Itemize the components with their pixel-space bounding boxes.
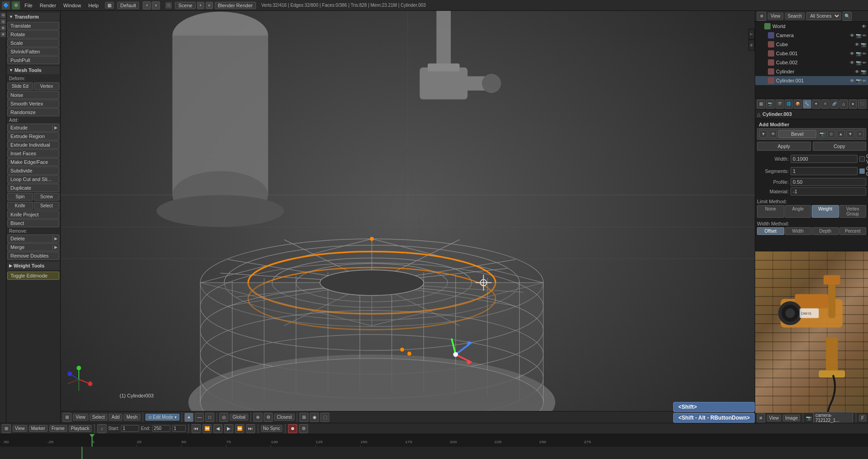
viewport-editor-type[interactable]: ⊞ bbox=[63, 413, 72, 422]
menu-help[interactable]: Help bbox=[86, 2, 101, 9]
select-btn[interactable]: Select bbox=[34, 202, 60, 210]
scene-props-icon[interactable]: 🎬 bbox=[776, 100, 784, 109]
view-tl-btn[interactable]: View bbox=[13, 425, 27, 432]
jump-end-btn[interactable]: ⏭ bbox=[246, 424, 255, 433]
camera-name-btn[interactable]: camera-712122_1... bbox=[813, 412, 853, 423]
inset-faces-btn[interactable]: Inset Faces bbox=[7, 149, 59, 158]
width-percent-tab[interactable]: Percent bbox=[839, 227, 867, 235]
width-depth-tab[interactable]: Depth bbox=[812, 227, 839, 235]
profile-input[interactable] bbox=[791, 178, 866, 186]
material-props-icon[interactable]: ● bbox=[849, 100, 857, 109]
render-engine-dropdown[interactable]: Blender Render bbox=[215, 2, 256, 9]
remove-workspace-btn[interactable]: × bbox=[152, 1, 160, 10]
snap-btn[interactable]: ⊕ bbox=[0, 25, 6, 31]
wireframe-btn[interactable]: ⬚ bbox=[320, 413, 329, 422]
cylinder001-eye-icon[interactable]: 👁 bbox=[850, 78, 854, 83]
width-width-tab[interactable]: Width bbox=[785, 227, 812, 235]
merge-arrow[interactable]: ▶ bbox=[53, 244, 59, 250]
extrude-region-btn[interactable]: Extrude Region bbox=[7, 132, 59, 140]
only-vertices-checkbox[interactable] bbox=[859, 156, 865, 162]
audio-sync-icon[interactable]: ♪ bbox=[97, 424, 106, 433]
outliner-item-cylinder001[interactable]: Cylinder.001 👁 📷 ✏ bbox=[755, 76, 868, 85]
mesh-menu[interactable]: Mesh bbox=[124, 414, 140, 421]
current-frame-input[interactable] bbox=[172, 425, 186, 432]
face-select-btn[interactable]: □ bbox=[205, 413, 214, 422]
vertex-btn[interactable]: Vertex bbox=[34, 82, 60, 90]
camera-view-btn[interactable]: View bbox=[767, 415, 781, 421]
view-outliner-btn[interactable]: View bbox=[768, 13, 783, 19]
proportional-edit-btn[interactable]: ◎ bbox=[219, 413, 228, 422]
limit-weight-tab[interactable]: Weight bbox=[812, 205, 839, 218]
make-edge-face-btn[interactable]: Make Edge/Face bbox=[7, 158, 59, 166]
bisect-btn[interactable]: Bisect bbox=[7, 219, 59, 227]
search-icon[interactable]: 🔍 bbox=[843, 12, 852, 21]
cube-eye-icon[interactable]: 👁 bbox=[855, 42, 859, 47]
modifier-up-icon[interactable]: ▲ bbox=[837, 130, 845, 138]
cube001-eye-icon[interactable]: 👁 bbox=[850, 51, 854, 56]
timeline-editor-type[interactable]: ⊞ bbox=[2, 424, 11, 433]
start-frame-input[interactable] bbox=[121, 425, 139, 432]
outliner-item-cube001[interactable]: Cube.001 👁 📷 ✏ bbox=[755, 49, 868, 58]
playback-tl-btn[interactable]: Playback bbox=[69, 425, 92, 432]
rotate-btn[interactable]: Rotate bbox=[7, 30, 59, 38]
limit-none-tab[interactable]: None bbox=[757, 205, 784, 218]
modifier-name-btn[interactable]: Bevel bbox=[778, 130, 816, 138]
subdivide-btn[interactable]: Subdivide bbox=[7, 167, 59, 175]
proportional-btn[interactable]: ◎ bbox=[0, 19, 6, 24]
record-options-btn[interactable]: ⚙ bbox=[299, 424, 308, 433]
play-reverse-btn[interactable]: ◀ bbox=[213, 424, 222, 433]
transform-orient-btn[interactable]: ⟲ bbox=[0, 13, 6, 18]
cube001-render-icon[interactable]: 📷 bbox=[856, 51, 861, 56]
modifier-close-icon[interactable]: × bbox=[856, 130, 864, 138]
scene-dropdown[interactable]: Scene bbox=[175, 2, 195, 9]
material-input[interactable] bbox=[791, 187, 866, 196]
add-menu[interactable]: Add bbox=[109, 414, 122, 421]
weight-tools-section-header[interactable]: ▶ Weight Tools bbox=[7, 262, 59, 270]
segments-input[interactable] bbox=[791, 167, 858, 175]
mesh-tools-section-header[interactable]: ▼ Mesh Tools bbox=[7, 66, 59, 74]
cylinder-render-icon[interactable]: 📷 bbox=[861, 69, 866, 74]
modifier-enabled-toggle[interactable]: ▼ bbox=[759, 130, 767, 138]
snap-toggle[interactable]: ⊕ bbox=[253, 413, 262, 422]
world-eye-icon[interactable]: 👁 bbox=[862, 24, 866, 29]
scenes-dropdown[interactable]: All Scenes bbox=[806, 12, 841, 20]
remove-doubles-btn[interactable]: Remove Doubles bbox=[7, 252, 59, 260]
play-btn[interactable]: ▶ bbox=[224, 424, 233, 433]
menu-render[interactable]: Render bbox=[37, 2, 59, 9]
cube002-edit-icon[interactable]: ✏ bbox=[863, 60, 866, 65]
extrude-main[interactable]: Extrude bbox=[8, 124, 53, 131]
modifier-vis-icon[interactable]: 👁 bbox=[769, 130, 777, 138]
add-scene-btn[interactable]: + bbox=[197, 2, 204, 9]
knife-btn[interactable]: Knife bbox=[7, 202, 33, 210]
constraint-props-icon[interactable]: 🔗 bbox=[830, 100, 839, 109]
add-workspace-btn[interactable]: + bbox=[143, 1, 151, 10]
outliner-type-icon[interactable]: ⊞ bbox=[757, 12, 766, 21]
modifier-down-icon[interactable]: ▼ bbox=[846, 130, 854, 138]
clamp-overlap-checkbox[interactable] bbox=[859, 168, 865, 174]
merge-with-arrow[interactable]: Merge ▶ bbox=[7, 243, 59, 251]
menu-file[interactable]: File bbox=[22, 2, 35, 9]
cylinder001-render-icon[interactable]: 📷 bbox=[856, 78, 861, 83]
vertex-select-btn[interactable]: ● bbox=[184, 413, 193, 422]
info-editor-icon[interactable]: ⚙ bbox=[12, 1, 20, 10]
physics-props-icon[interactable]: ⚛ bbox=[821, 100, 829, 109]
cube002-render-icon[interactable]: 📷 bbox=[856, 60, 861, 65]
camera-editor-type-icon[interactable]: ⊞ bbox=[757, 413, 765, 422]
menu-window[interactable]: Window bbox=[61, 2, 84, 9]
cube001-edit-icon[interactable]: ✏ bbox=[863, 51, 866, 56]
slide-edge-btn[interactable]: Slide Ed bbox=[7, 82, 33, 90]
outliner-item-cylinder[interactable]: Cylinder 👁 📷 bbox=[755, 67, 868, 76]
delete-with-arrow[interactable]: Delete ▶ bbox=[7, 234, 59, 243]
limit-vertex-group-tab[interactable]: Vertex Group bbox=[839, 205, 867, 218]
particle-props-icon[interactable]: ✦ bbox=[812, 100, 820, 109]
width-offset-tab[interactable]: Offset bbox=[757, 227, 784, 235]
next-keyframe-btn[interactable]: ⏩ bbox=[235, 424, 244, 433]
remove-scene-btn[interactable]: × bbox=[206, 2, 213, 9]
tools-tab[interactable]: T bbox=[748, 29, 755, 39]
world-props-icon[interactable]: 🌐 bbox=[785, 100, 793, 109]
camera-render-icon[interactable]: 📷 bbox=[856, 33, 861, 38]
global-dropdown[interactable]: Global bbox=[230, 414, 248, 421]
texture-props-icon[interactable]: ⬛ bbox=[858, 100, 866, 109]
copy-btn[interactable]: Copy bbox=[813, 142, 867, 151]
editor-type-dropdown[interactable]: ▦ bbox=[105, 2, 114, 9]
